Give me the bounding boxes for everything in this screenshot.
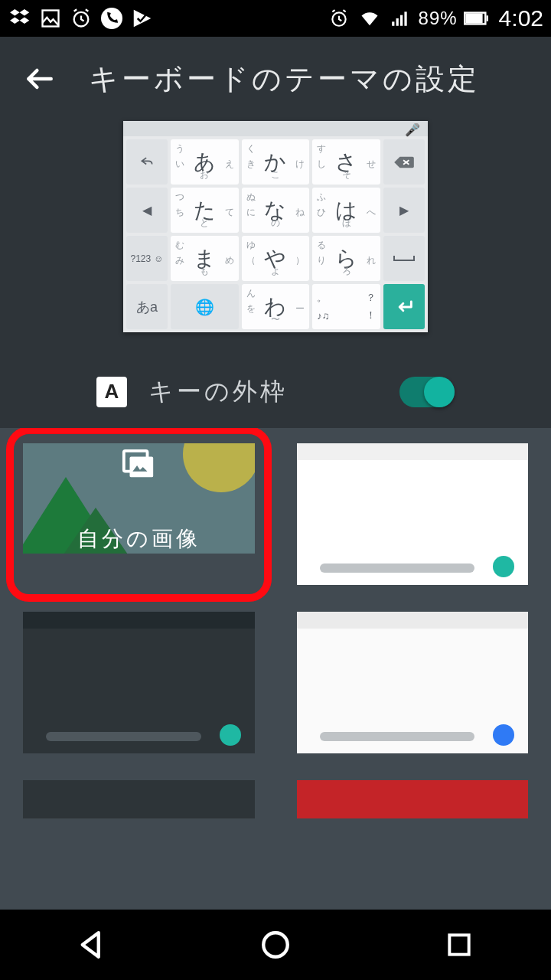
play-check-icon <box>130 6 155 31</box>
svg-rect-10 <box>486 15 487 21</box>
kb-key-backspace <box>383 139 425 185</box>
page-title: キーボードのテーマの設定 <box>89 60 480 99</box>
kb-key-ka: くきかけこ <box>242 139 310 185</box>
svg-rect-4 <box>392 21 394 25</box>
theme-dark-2[interactable] <box>23 780 255 818</box>
kb-key-space <box>383 236 425 281</box>
kb-key-ya: ゆ（や）よ <box>242 236 310 281</box>
key-border-icon: A <box>96 377 127 407</box>
kb-key-right: ▶ <box>383 188 425 233</box>
kb-key-undo <box>126 139 168 185</box>
wifi-icon <box>357 6 382 31</box>
app-bar: キーボードのテーマの設定 <box>0 37 551 121</box>
theme-red[interactable] <box>297 780 529 818</box>
kb-key-mode: あa <box>126 284 168 329</box>
signal-icon <box>388 6 412 31</box>
battery-percent: 89% <box>419 8 458 29</box>
svg-rect-6 <box>400 15 403 26</box>
key-border-label: キーの外枠 <box>148 375 288 409</box>
svg-rect-5 <box>396 18 398 26</box>
battery-icon <box>464 6 488 31</box>
theme-grid: 自分の画像 <box>0 428 551 910</box>
svg-rect-7 <box>404 11 406 25</box>
kb-key-a: ういあえお <box>171 139 239 185</box>
kb-key-na: ぬになねの <box>242 188 310 233</box>
image-stack-icon <box>121 448 156 483</box>
kb-key-punct: 。？♪♫！ <box>312 284 380 329</box>
kb-key-globe: 🌐 <box>171 284 239 329</box>
svg-rect-9 <box>465 14 482 23</box>
kb-key-ra: るりられろ <box>312 236 380 281</box>
nav-back-button[interactable] <box>69 922 115 968</box>
svg-rect-14 <box>449 935 468 954</box>
kb-key-ta: つちたてと <box>171 188 239 233</box>
system-nav-bar <box>0 910 551 980</box>
theme-white-teal[interactable] <box>297 443 529 585</box>
mic-icon: 🎤 <box>405 122 420 137</box>
check-icon <box>382 478 443 539</box>
phone-icon <box>99 6 124 31</box>
kb-key-wa: んをわー〜 <box>242 284 310 329</box>
svg-rect-11 <box>130 457 154 478</box>
back-button[interactable] <box>18 57 61 100</box>
theme-own-image[interactable]: 自分の画像 <box>23 443 255 554</box>
theme-own-image-label: 自分の画像 <box>77 524 201 554</box>
dropbox-icon <box>8 6 32 31</box>
status-bar: 89% 4:02 <box>0 0 551 37</box>
alarm-status-icon <box>327 6 351 31</box>
nav-recent-button[interactable] <box>436 922 482 968</box>
key-border-toggle-row: A キーの外枠 <box>0 355 551 428</box>
image-icon <box>38 6 63 31</box>
theme-dark-teal[interactable] <box>23 612 255 753</box>
kb-key-ha: ふひはへほ <box>312 188 380 233</box>
kb-key-enter <box>383 284 425 329</box>
key-border-switch[interactable] <box>399 377 455 407</box>
alarm-icon <box>69 6 93 31</box>
keyboard-preview: 🎤 ういあえお くきかけこ すしさせそ ◀ つちたてと ぬになねの ふひはへほ … <box>123 121 428 332</box>
clock: 4:02 <box>499 5 543 31</box>
nav-home-button[interactable] <box>253 922 298 968</box>
kb-key-left: ◀ <box>126 188 168 233</box>
kb-key-sa: すしさせそ <box>312 139 380 185</box>
svg-point-13 <box>263 933 288 957</box>
kb-key-ma: むみまめも <box>171 236 239 281</box>
theme-light-blue[interactable] <box>297 612 529 753</box>
kb-key-symbols: ?123☺ <box>126 236 168 281</box>
